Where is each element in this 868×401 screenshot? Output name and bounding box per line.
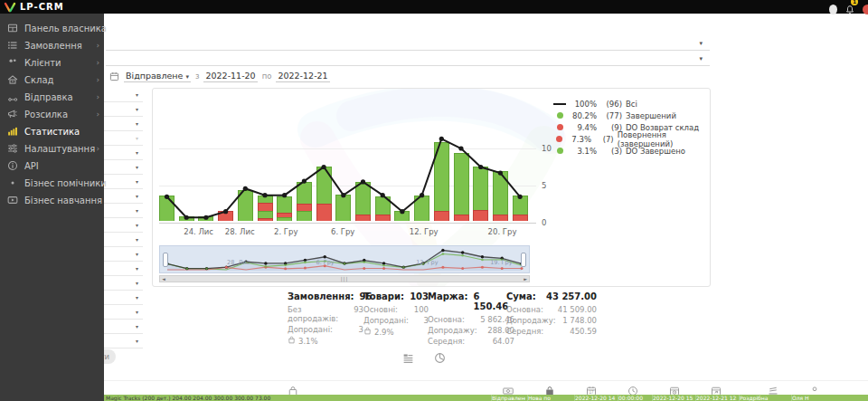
stat-sub-row: Допродані:3 [363,316,429,325]
sidebar-item-2[interactable]: Замовлення› [0,37,104,54]
segment-completed [454,153,469,215]
sidebar-item-3[interactable]: Клієнти› [0,54,104,72]
bar-day-17[interactable] [473,167,488,221]
table-header-icons-bar: 17 [104,380,868,395]
filter-select-top-2[interactable]: ▾ [106,53,710,66]
filter-select-16[interactable]: ▾ [104,305,143,320]
gridline-10 [159,148,536,149]
settings-icon [7,143,18,154]
filter-select-5[interactable]: ▾ [104,146,143,160]
filter-select-17[interactable]: ▾ [104,320,143,334]
legend-label: Всі [626,100,637,109]
sidebar-item-9[interactable]: API [0,158,104,175]
orders-icon [7,40,18,51]
filter-select-6[interactable]: ▾ [104,160,143,175]
sidebar-item-8[interactable]: Налаштування› [0,140,104,158]
stat-sub-label: Допродажу: [428,326,477,335]
brand-logo[interactable]: LP-CRM [4,0,64,14]
filter-select-7[interactable]: ▾ [104,175,143,189]
minimap-axis-label: 19. Гру [490,259,512,266]
bar-day-4[interactable] [218,211,233,221]
stat-sub-label: Середня: [506,327,543,336]
bar-day-3[interactable] [198,216,213,221]
segment-return [434,211,449,221]
stat-sub-row: Основні:100 [363,305,429,314]
chevron-down-icon: ▾ [136,164,138,170]
filter-select-18[interactable]: ▾ [104,334,143,348]
bar-day-8[interactable] [297,182,312,221]
user-avatar-icon[interactable] [829,5,837,14]
legend-item-4[interactable]: 7.3%(7)Повернення (завершений) [553,133,710,145]
notifications-button[interactable]: 1 [845,1,854,18]
filter-select-2[interactable]: ▾ [104,102,143,117]
bar-day-9[interactable] [316,167,332,221]
sidebar-item-6[interactable]: Розсилка› [0,106,104,123]
sidebar-item-7[interactable]: Статистика [0,123,104,140]
date-type-select[interactable]: Відправлене ▾ [124,71,191,82]
chart-card: 0510 100%(96)Всі80.2%(77)Завершений9.4%(… [152,88,711,287]
filter-select-4[interactable]: ▾ [104,131,143,146]
filter-select-1[interactable]: ▾ [104,88,143,102]
filter-select-column: ▾▾▾▾▾▾▾▾▾▾▾▾▾▾▾▾▾▾ [104,88,143,348]
filter-select-9[interactable]: ▾ [104,204,143,218]
filter-select-8[interactable]: ▾ [104,189,143,204]
sidebar-item-4[interactable]: Склад› [0,72,104,89]
date-from-input[interactable]: 2022-11-20 [203,71,257,82]
sidebar-item-11[interactable]: Бізнес навчання [0,192,104,209]
segment-completed [258,196,273,202]
scroll-left-arrow-icon[interactable]: ◄ [162,276,165,282]
sidebar-item-10[interactable]: Бізнес помічники [0,175,104,192]
x-axis-label: 6. Гру [331,227,354,236]
alert-icon[interactable] [863,5,868,14]
list-chart-view-button[interactable] [402,350,414,368]
bar-day-5[interactable] [238,190,253,221]
bar-day-16[interactable] [454,153,469,221]
bar-day-7[interactable] [277,196,292,221]
sidebar-item-5[interactable]: Відправка› [0,89,104,106]
bar-day-11[interactable] [355,182,371,221]
order-table-row[interactable]: Magic Tracks (200 дет.) 204.00 204.00 30… [104,395,868,401]
scrollbar-grip[interactable]: ||| [341,276,349,282]
chart-range-minimap[interactable]: 28. Лис6. Гру13. Гру19. Гру [159,245,530,273]
brand-name: LP-CRM [20,2,64,12]
pie-chart-view-button[interactable] [434,350,446,368]
filter-select-12[interactable]: ▾ [104,247,143,262]
segment-return [258,218,273,221]
chevron-down-icon: ▾ [136,251,138,257]
minimap-right-handle[interactable] [521,253,526,267]
legend-item-1[interactable]: 100%(96)Всі [553,98,710,110]
date-to-input[interactable]: 2022-12-21 [276,71,329,82]
bar-day-13[interactable] [394,211,410,221]
segment-completed [473,167,488,210]
scroll-right-arrow-icon[interactable]: ► [524,276,527,282]
bar-day-14[interactable] [414,196,429,221]
segment-return [297,204,312,211]
chevron-down-icon: ▾ [136,265,138,272]
bar-day-15[interactable] [434,142,449,221]
bar-day-6[interactable] [258,196,273,221]
warehouse-icon [7,72,18,89]
bar-day-2[interactable] [179,216,194,221]
minimap-left-handle[interactable] [163,253,168,267]
stat-sub-value: 450.59 [570,327,597,336]
order-cell: 00:00:00 [618,395,650,401]
bar-day-18[interactable] [493,171,508,221]
filter-select-top-1[interactable]: ▾ [106,37,710,51]
filter-select-15[interactable]: ▾ [104,291,143,305]
filter-select-3[interactable]: ▾ [104,117,143,131]
stat-title-row: Маржа:6 150.46 [428,291,514,311]
filter-select-14[interactable]: ▾ [104,276,143,291]
filter-select-10[interactable]: ▾ [104,218,143,233]
legend-item-2[interactable]: 80.2%(77)Завершений [553,110,710,121]
bar-day-10[interactable] [335,195,351,221]
filter-select-13[interactable]: ▾ [104,262,143,276]
bar-day-19[interactable] [513,196,528,221]
sidebar-item-1[interactable]: Панель власника [0,20,104,37]
chart-scrollbar[interactable]: ◄ ||| ► [159,275,530,282]
filter-select-11[interactable]: ▾ [104,233,143,247]
bar-day-12[interactable] [375,196,391,221]
pie-chart-icon [434,352,446,364]
stat-sub-row: Допродані:3 [288,325,363,334]
bar-day-1[interactable] [159,196,175,221]
orders-icon [7,37,18,54]
